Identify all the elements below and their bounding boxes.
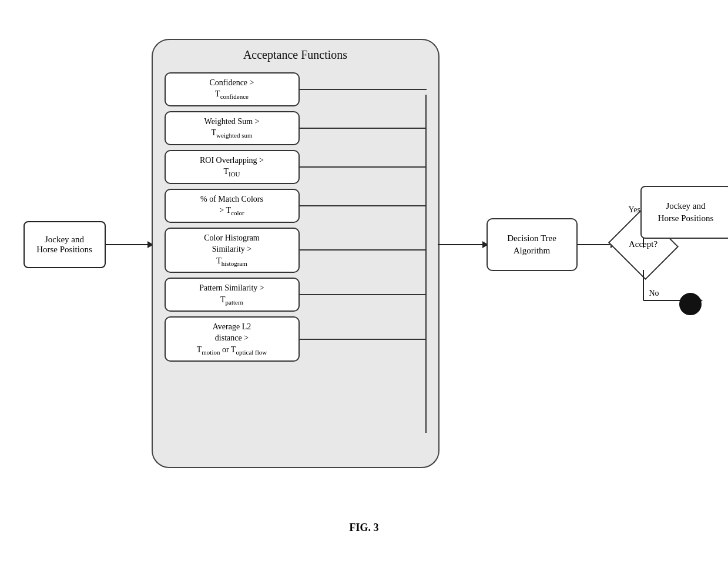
- func-box-pattern-text: Pattern Similarity >Tpattern: [199, 282, 264, 307]
- func-box-roi-text: ROI Overlapping >TIOU: [200, 155, 264, 179]
- func-box-confidence: Confidence >Tconfidence: [165, 72, 300, 106]
- af-row-roi: ROI Overlapping >TIOU: [165, 150, 427, 184]
- output-box-label: Jockey andHorse Positions: [658, 200, 714, 225]
- h-line-match-colors: [300, 205, 427, 206]
- decision-tree-label: Decision TreeAlgorithm: [507, 232, 556, 257]
- af-row-pattern: Pattern Similarity >Tpattern: [165, 278, 427, 312]
- func-box-confidence-text: Confidence >Tconfidence: [210, 77, 254, 102]
- func-box-histogram-text: Color HistogramSimilarity >Thistogram: [204, 232, 260, 268]
- no-arrow: [614, 270, 720, 317]
- func-box-histogram: Color HistogramSimilarity >Thistogram: [165, 228, 300, 273]
- func-box-match-colors: % of Match Colors> Tcolor: [165, 189, 300, 223]
- acceptance-container: Acceptance Functions Confidence >Tconfid…: [152, 39, 440, 468]
- acceptance-title: Acceptance Functions: [243, 48, 347, 62]
- figure-label: FIG. 3: [349, 522, 378, 534]
- func-box-weighted-sum: Weighted Sum >Tweighted sum: [165, 111, 300, 145]
- af-row-l2: Average L2distance >Tmotion or Toptical …: [165, 316, 427, 362]
- func-box-roi: ROI Overlapping >TIOU: [165, 150, 300, 184]
- h-line-pattern: [300, 294, 427, 295]
- input-box-label: Jockey andHorse Positions: [36, 235, 92, 255]
- func-box-l2: Average L2distance >Tmotion or Toptical …: [165, 316, 300, 362]
- arrow-input-to-af: [106, 244, 153, 245]
- arrow-af-to-dt: [438, 244, 488, 245]
- acceptance-functions-inner: Confidence >Tconfidence Weighted Sum >Tw…: [165, 72, 427, 367]
- accept-diamond-label: Accept?: [629, 239, 657, 249]
- func-box-match-colors-text: % of Match Colors> Tcolor: [200, 193, 263, 218]
- af-row-weighted-sum: Weighted Sum >Tweighted sum: [165, 111, 427, 145]
- af-row-match-colors: % of Match Colors> Tcolor: [165, 189, 427, 223]
- func-box-l2-text: Average L2distance >Tmotion or Toptical …: [197, 321, 267, 357]
- af-row-histogram: Color HistogramSimilarity >Thistogram: [165, 228, 427, 273]
- vertical-connector-line: [425, 95, 427, 433]
- func-box-weighted-sum-text: Weighted Sum >Tweighted sum: [204, 116, 260, 141]
- decision-tree-box: Decision TreeAlgorithm: [487, 218, 578, 271]
- h-line-confidence: [300, 89, 427, 90]
- terminal-circle: [679, 293, 702, 315]
- h-line-roi: [300, 166, 427, 168]
- output-box: Jockey andHorse Positions: [640, 186, 729, 239]
- af-row-confidence: Confidence >Tconfidence: [165, 72, 427, 106]
- h-line-weighted-sum: [300, 128, 427, 129]
- input-box: Jockey andHorse Positions: [24, 221, 106, 268]
- h-line-l2: [300, 339, 427, 340]
- func-box-pattern: Pattern Similarity >Tpattern: [165, 278, 300, 312]
- diagram-container: Jockey andHorse Positions Acceptance Fun…: [18, 27, 711, 545]
- h-line-histogram: [300, 249, 427, 251]
